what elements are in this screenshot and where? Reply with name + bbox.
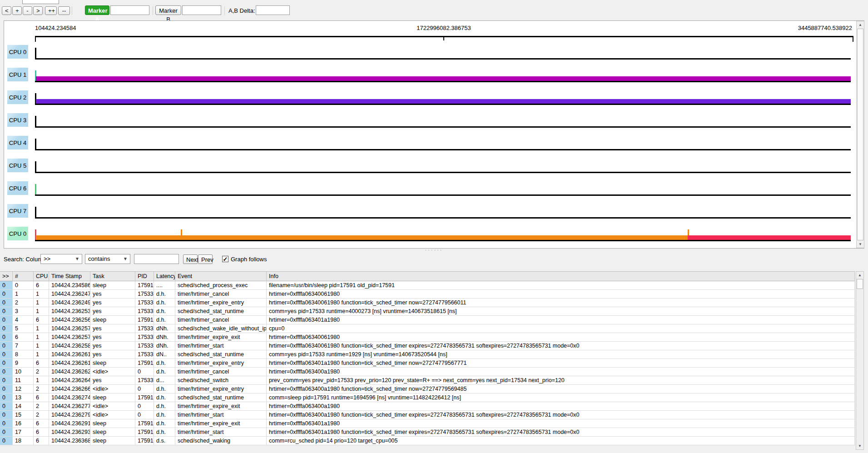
table-row[interactable]: 0152104424.236279<idle>0d.h.timer/hrtime… [0, 411, 855, 419]
scroll-down-icon[interactable]: ▼ [857, 241, 864, 248]
table-row[interactable]: 0166104424.236291sleep17591d.h.timer/hrt… [0, 419, 855, 428]
table-cell: hrtimer=0xffffa06340061980 [267, 333, 855, 341]
column-header[interactable]: Task [90, 272, 135, 281]
task-bar[interactable] [36, 235, 688, 240]
event-tick[interactable] [35, 139, 36, 149]
table-cell: sleep [90, 437, 135, 445]
cpu-label[interactable]: CPU 4 [7, 136, 28, 149]
event-tick[interactable] [35, 161, 36, 172]
table-row[interactable]: 046104424.236256sleep17591d.h.timer/hrti… [0, 316, 855, 324]
table-row[interactable]: 0186104424.236368sleep17591d.s.sched/sch… [0, 437, 855, 445]
table-cell: 17591 [135, 316, 154, 324]
table-cell: d.h. [154, 411, 175, 419]
nav-button-zoom-out[interactable]: - [23, 6, 32, 15]
pane-splitter[interactable]: ······ [0, 248, 868, 253]
table-row[interactable]: 011104424.236247yes17533d.h.timer/hrtime… [0, 290, 855, 299]
marker-a-input[interactable] [110, 5, 149, 15]
cpu-label[interactable]: CPU 5 [7, 159, 28, 172]
marker-a-button[interactable]: Marker A [85, 5, 109, 15]
cpu-label[interactable]: CPU 2 [7, 90, 28, 104]
search-match-select[interactable]: contains ▼ [85, 254, 130, 264]
table-cell: 104424.236247 [49, 290, 90, 298]
nav-button-zoomzoom-outout-fast[interactable]: -- [58, 6, 70, 15]
table-row[interactable]: 006104424.234586sleep17591....sched/sche… [0, 281, 855, 290]
nav-button-right[interactable]: > [33, 6, 43, 15]
event-tick[interactable] [35, 207, 36, 217]
scroll-down-icon[interactable]: ▼ [856, 443, 863, 449]
cpu-label[interactable]: CPU 3 [7, 113, 28, 127]
search-column-select[interactable]: >> ▼ [40, 254, 82, 264]
event-tick[interactable] [35, 116, 36, 126]
table-vscrollbar[interactable]: ▲ ▼ [856, 271, 864, 450]
event-tick[interactable] [35, 184, 36, 194]
column-header[interactable]: Latency [154, 272, 175, 281]
table-row[interactable]: 021104424.236249yes17533d.h.timer/hrtime… [0, 299, 855, 307]
cpu-baseline [35, 217, 851, 219]
table-row[interactable]: 0176104424.236293sleep17591d.h.timer/hrt… [0, 428, 855, 437]
table-cell: d.h. [154, 316, 175, 324]
column-header[interactable]: Info [267, 272, 855, 281]
table-cell: d.h. [154, 419, 175, 428]
toolbar: <+->++-- Marker A Marker B A,B Delta: [0, 0, 868, 20]
column-header[interactable]: Event [175, 272, 267, 281]
table-cell: hrtimer=0xffffa063400a1980 [267, 402, 855, 410]
nav-button-left[interactable]: < [2, 6, 11, 15]
table-cell: 17591 [135, 428, 154, 436]
scroll-up-icon[interactable]: ▲ [857, 21, 864, 28]
scroll-up-icon[interactable]: ▲ [856, 272, 863, 279]
task-bar[interactable] [688, 235, 851, 240]
task-bar[interactable] [36, 76, 851, 81]
table-cell: timer/hrtimer_start [175, 342, 267, 350]
table-cell: d.h. [154, 393, 175, 402]
task-bar[interactable] [36, 99, 851, 104]
graph-scroll-thumb[interactable] [857, 29, 863, 240]
cpu-label[interactable]: CPU 0 [7, 227, 28, 240]
table-cell: comm=yes pid=17533 runtime=1929 [ns] vru… [267, 350, 855, 358]
table-row[interactable]: 096104424.236261sleep17591d.h.timer/hrti… [0, 359, 855, 368]
search-next-button[interactable]: Next [183, 254, 198, 264]
time-ruler[interactable] [35, 36, 853, 37]
table-row[interactable]: 051104424.236257yes17533dNh.sched/sched_… [0, 324, 855, 333]
table-scroll-thumb[interactable] [857, 279, 863, 289]
cpu-label[interactable]: CPU 0 [7, 45, 28, 59]
table-cell: <idle> [90, 402, 135, 410]
event-tick[interactable] [35, 48, 36, 58]
table-cell: 10 [13, 368, 34, 376]
marker-b-input[interactable] [182, 5, 221, 15]
table-row[interactable]: 0136104424.236274sleep17591d.h.sched/sch… [0, 393, 855, 402]
table-row[interactable]: 0111104424.236264yes17533d...sched/sched… [0, 376, 855, 385]
table-row[interactable]: 071104424.236258yes17533dNh.timer/hrtime… [0, 342, 855, 350]
column-header[interactable]: PID [135, 272, 154, 281]
cpu-label[interactable]: CPU 6 [7, 181, 28, 195]
table-cell: 0 [0, 299, 13, 307]
cpu-label[interactable]: CPU 1 [7, 68, 28, 81]
table-header: >>#CPUTime StampTaskPIDLatencyEventInfo [0, 271, 855, 281]
nav-button-zoomzoom-outin[interactable]: + [12, 6, 22, 15]
table-row[interactable]: 031104424.236253yes17533d.h.sched/sched_… [0, 307, 855, 316]
table-row[interactable]: 081104424.236261yes17533dN..sched/sched_… [0, 350, 855, 359]
marker-b-button[interactable]: Marker B [155, 5, 181, 15]
column-header[interactable]: Time Stamp [49, 272, 90, 281]
cpu-baseline [35, 126, 851, 128]
column-header[interactable]: # [13, 272, 34, 281]
column-header[interactable]: CPU [34, 272, 49, 281]
graph-vscrollbar[interactable]: ▲ ▼ [856, 21, 864, 248]
cpu-label[interactable]: CPU 7 [7, 204, 28, 218]
ab-delta-input[interactable] [256, 5, 290, 15]
table-row[interactable]: 0102104424.236262<idle>0d.h.timer/hrtime… [0, 368, 855, 376]
table-row[interactable]: 0122104424.236266<idle>0d.h.timer/hrtime… [0, 385, 855, 393]
search-input[interactable] [134, 254, 179, 264]
ruler-tick [443, 36, 444, 40]
graph-follows-checkbox[interactable]: ✓ [222, 256, 228, 262]
partial-popup [22, 0, 59, 4]
nav-button-zoomzoom-outin-fast[interactable]: ++ [45, 6, 57, 15]
table-cell: 0 [0, 385, 13, 393]
table-cell: 1 [34, 307, 49, 315]
table-cell: 104424.236261 [49, 350, 90, 358]
table-row[interactable]: 0142104424.236277<idle>0d.h.timer/hrtime… [0, 402, 855, 411]
search-prev-button[interactable]: Prev [198, 254, 213, 264]
table-cell: yes [90, 324, 135, 333]
table-row[interactable]: 061104424.236257yes17533dNh.timer/hrtime… [0, 333, 855, 342]
table-cell: 104424.236293 [49, 428, 90, 436]
column-header[interactable]: >> [0, 272, 13, 281]
